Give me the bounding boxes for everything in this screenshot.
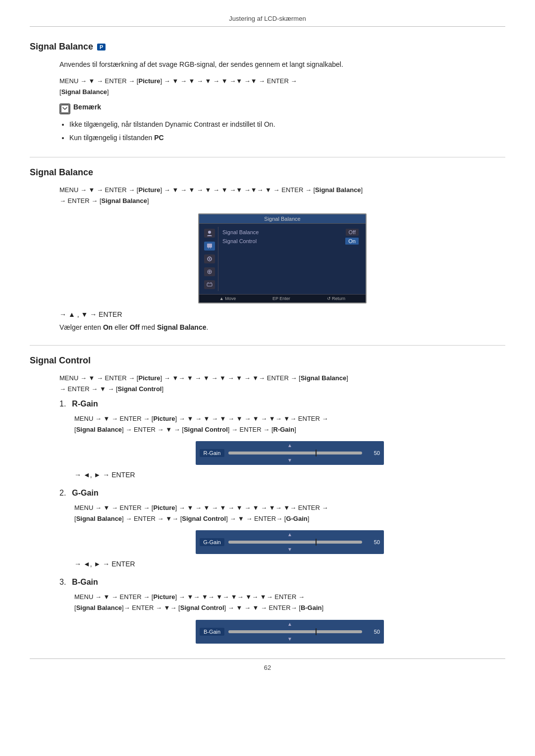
bgain-slider-label: B-Gain [200,628,224,636]
osd-row-label-2: Signal Control [222,238,257,244]
section1-body: Anvendes til forstærkning af det svage R… [59,59,505,143]
section2-arrow-note: → ▲ , ▼ → ENTER [59,310,505,318]
note-box: Bemærk [59,103,505,114]
ggain-slider-box: ▲ G-Gain 50 ▼ [196,530,384,554]
section1-title: Signal Balance P [30,42,505,52]
osd-content: Signal Balance Off Signal Control On [218,227,363,291]
bgain-slider-value: 50 [366,629,380,635]
bullet-2: Kun tilgængelig i tilstanden PC [69,133,505,143]
osd-menu: Signal Balance Off Signal Control On [199,224,366,294]
ggain-arrow-note: → ◄, ► → ENTER [74,560,505,568]
rgain-arrow-note: → ◄, ► → ENTER [74,471,505,479]
page-header: Justering af LCD-skærmen [30,15,505,27]
rgain-title: R-Gain [72,400,98,408]
bgain-body: MENU → ▼ → ENTER → [Picture] → ▼→ ▼→ ▼→ … [74,592,505,643]
ggain-title: G-Gain [72,489,98,498]
section1-bullets: Ikke tilgængelig, når tilstanden Dynamic… [69,119,505,143]
rgain-slider-container: ▲ R-Gain 50 ▼ [74,441,505,465]
rgain-slider-label: R-Gain [200,449,224,457]
ggain-slider-track [228,541,362,544]
ggain-slider-label: G-Gain [200,538,224,546]
svg-point-1 [208,231,211,234]
ggain-item: 2. G-Gain MENU → ▼ → ENTER → [Picture] →… [59,489,505,568]
note-icon [59,103,70,114]
ggain-slider-row: G-Gain 50 [200,538,380,546]
osd-row-label-1: Signal Balance [222,229,259,235]
rgain-slider-box: ▲ R-Gain 50 ▼ [196,441,384,465]
osd-row-value-1: Off [346,229,359,236]
bgain-arrow-up: ▲ [287,622,292,627]
rgain-slider-value: 50 [366,450,380,456]
section2-body: MENU → ▼ → ENTER → [Picture] → ▼ → ▼ → ▼… [59,185,505,331]
section2-choose-text: Vælger enten On eller Off med Signal Bal… [59,323,505,331]
bgain-arrow-down: ▼ [287,637,292,642]
section1-description: Anvendes til forstærkning af det svage R… [59,59,505,70]
rgain-slider-track [228,452,362,454]
svg-rect-2 [207,244,212,248]
osd-row-1: Signal Balance Off [222,229,359,236]
section3-menu-path: MENU → ▼ → ENTER → [Picture] → ▼→ ▼ → ▼ … [59,373,505,395]
ggain-slider-container: ▲ G-Gain 50 ▼ [74,530,505,554]
rgain-slider-row: R-Gain 50 [200,449,380,457]
rgain-number: 1. [59,400,66,408]
osd-footer-enter: EP Enter [272,296,290,301]
ggain-number: 2. [59,489,66,498]
ggain-body: MENU → ▼ → ENTER → [Picture] → ▼ → ▼ → ▼… [74,503,505,568]
osd-icon-5 [204,280,215,289]
svg-rect-6 [207,283,212,286]
rgain-menu-path: MENU → ▼ → ENTER → [Picture] → ▼ → ▼ → ▼… [74,413,505,435]
ggain-slider-value: 50 [366,539,380,545]
rgain-arrow-down: ▼ [287,458,292,463]
section3-body: MENU → ▼ → ENTER → [Picture] → ▼→ ▼ → ▼ … [59,373,505,644]
svg-point-4 [209,258,211,259]
note-label: Bemærk [73,103,101,111]
section1-menu-path: MENU → ▼ → ENTER → [Picture] → ▼ → ▼ → ▼… [59,76,505,98]
bgain-number: 3. [59,578,66,587]
bgain-slider-row: B-Gain 50 [200,628,380,636]
rgain-arrow-up: ▲ [287,443,292,448]
section2-menu-path: MENU → ▼ → ENTER → [Picture] → ▼ → ▼ → ▼… [59,185,505,206]
osd-row-value-2: On [345,238,359,245]
ggain-arrow-down: ▼ [287,547,292,552]
ggain-slider-thumb [316,539,317,546]
osd-footer-move: ▲ Move [219,296,236,301]
rgain-body: MENU → ▼ → ENTER → [Picture] → ▼ → ▼ → ▼… [74,413,505,479]
p-badge: P [97,44,106,50]
osd-icon-3 [204,254,215,263]
osd-footer-return: ↺ Return [327,296,346,301]
bgain-title: B-Gain [72,578,98,587]
osd-screen: Signal Balance [198,213,367,303]
osd-icon-4 [204,267,215,276]
osd-icon-2 [204,242,215,251]
ggain-arrow-up: ▲ [287,532,292,537]
bgain-slider-container: ▲ B-Gain 50 ▼ [74,620,505,644]
section2-title: Signal Balance [30,167,505,178]
bullet-1: Ikke tilgængelig, når tilstanden Dynamic… [69,119,505,130]
bgain-menu-path: MENU → ▼ → ENTER → [Picture] → ▼→ ▼→ ▼→ … [74,592,505,613]
section3-title: Signal Control [30,355,505,366]
bgain-slider-box: ▲ B-Gain 50 ▼ [196,620,384,644]
osd-row-2: Signal Control On [222,238,359,245]
rgain-item: 1. R-Gain MENU → ▼ → ENTER → [Picture] →… [59,400,505,479]
osd-title: Signal Balance [199,214,366,224]
osd-container: Signal Balance [59,213,505,303]
rgain-slider-thumb [316,450,317,456]
osd-footer: ▲ Move EP Enter ↺ Return [199,294,366,302]
bgain-item: 3. B-Gain MENU → ▼ → ENTER → [Picture] →… [59,578,505,643]
osd-icons [202,227,218,291]
ggain-menu-path: MENU → ▼ → ENTER → [Picture] → ▼ → ▼ → ▼… [74,503,505,524]
bgain-slider-track [228,630,362,633]
page-number: 62 [30,658,505,671]
bgain-slider-thumb [316,628,317,635]
osd-icon-1 [204,229,215,238]
